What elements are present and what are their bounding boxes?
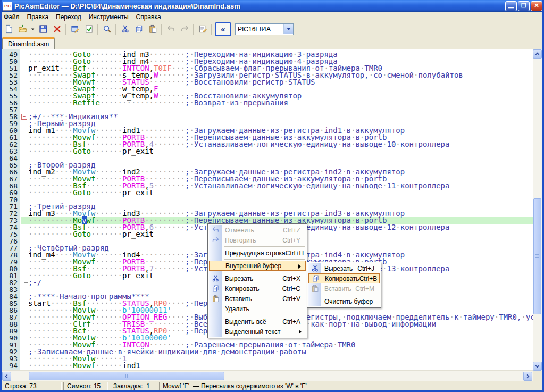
titlebar[interactable]: PIC PicAsmEditor — D:\PIC\84\Динамическа… bbox=[0, 0, 544, 12]
menu-item-buffer-paste[interactable]: ВставитьCtrl+M bbox=[308, 283, 380, 294]
redo-icon bbox=[209, 236, 222, 244]
save-file-icon bbox=[39, 24, 48, 34]
code-line-94[interactable]: ··········Movwf······ind1 bbox=[21, 362, 533, 369]
syntax-check-button[interactable] bbox=[82, 22, 96, 36]
redo-button[interactable] bbox=[178, 22, 191, 36]
fold-column bbox=[21, 120, 28, 127]
menubar-item-goto[interactable]: Переход bbox=[52, 12, 85, 22]
menu-item-label: Очистить буфер bbox=[321, 298, 373, 305]
menu-item-undo[interactable]: ОтменитьCtrl+Z bbox=[209, 225, 306, 235]
fold-collapse-icon[interactable]: − bbox=[21, 113, 28, 120]
menu-item-previous-line[interactable]: Предыдущая строкаCtrl+H bbox=[209, 248, 306, 258]
menu-item-cut[interactable]: ВырезатьCtrl+X bbox=[209, 273, 306, 283]
paste-icon bbox=[209, 295, 222, 303]
scroll-up-button[interactable] bbox=[533, 49, 542, 59]
menu-item-shortcut: Ctrl+V bbox=[282, 295, 306, 303]
menu-item-copy[interactable]: КопироватьCtrl+C bbox=[209, 283, 306, 294]
paste-button[interactable] bbox=[146, 22, 160, 36]
properties-button[interactable] bbox=[196, 22, 210, 36]
horizontal-scrollbar-thumb[interactable] bbox=[29, 372, 224, 380]
fold-column bbox=[21, 79, 28, 86]
save-file-button[interactable] bbox=[36, 22, 50, 36]
close-file-button[interactable] bbox=[50, 22, 64, 36]
fold-minus-icon[interactable]: − bbox=[21, 114, 27, 120]
scroll-down-button[interactable] bbox=[533, 362, 542, 371]
menubar-item-tools[interactable]: Инструменты bbox=[85, 12, 132, 22]
menu-item-buffer-cut[interactable]: ВырезатьCtrl+J bbox=[308, 263, 380, 273]
menu-item-buffer-copy[interactable]: КопироватьCtrl+B bbox=[308, 273, 380, 283]
new-file-button[interactable] bbox=[2, 22, 15, 36]
menu-item-select-all[interactable]: Выделить всёCtrl+A bbox=[209, 316, 306, 327]
fold-column bbox=[21, 217, 28, 224]
menu-separator bbox=[224, 246, 305, 247]
code-line-56[interactable]: ··········Retfie···················;·Воз… bbox=[21, 99, 533, 106]
fold-column bbox=[21, 72, 28, 79]
minimize-button[interactable]: — bbox=[505, 1, 517, 11]
fold-column bbox=[21, 65, 28, 72]
open-dropdown-button[interactable] bbox=[29, 22, 36, 36]
code-line-text: ··········Goto·······pr_exit bbox=[28, 272, 154, 279]
code-line-69[interactable]: ··········Goto·······pr_exit bbox=[21, 189, 533, 196]
menu-item-label: Копировать bbox=[222, 285, 260, 293]
code-line-58[interactable]: −;+/··***·Индикация** bbox=[21, 113, 533, 120]
undo-button[interactable] bbox=[164, 22, 178, 36]
menu-item-delete[interactable]: Удалить bbox=[209, 304, 306, 314]
fold-column bbox=[21, 328, 28, 335]
fold-column bbox=[21, 265, 28, 272]
menu-item-label: Вставить bbox=[222, 295, 252, 303]
edit-window-button[interactable] bbox=[68, 22, 82, 36]
horizontal-scrollbar[interactable] bbox=[2, 370, 533, 381]
menu-item-label: Вырезать bbox=[222, 275, 253, 282]
code-line-text: ;-/ bbox=[28, 279, 41, 286]
fold-column bbox=[21, 321, 28, 328]
menu-item-label: Повторить bbox=[222, 237, 256, 244]
combobox-dropdown-icon[interactable] bbox=[283, 24, 293, 34]
menu-separator bbox=[224, 259, 305, 260]
code-line-70[interactable] bbox=[21, 196, 533, 203]
copy-icon bbox=[309, 274, 322, 282]
scroll-left-button[interactable] bbox=[2, 372, 11, 381]
fold-column bbox=[21, 231, 28, 238]
menu-item-internal-buffer[interactable]: Внутренний буфер bbox=[209, 261, 306, 271]
menu-item-label: Вырезать bbox=[321, 265, 353, 272]
menu-item-shortcut: Ctrl+M bbox=[355, 285, 380, 293]
maximize-button[interactable]: ❐ bbox=[518, 1, 530, 11]
code-line-64[interactable] bbox=[21, 155, 533, 162]
fold-column bbox=[21, 169, 28, 176]
cut-button[interactable] bbox=[118, 22, 132, 36]
fold-column bbox=[21, 189, 28, 196]
internal-buffer-submenu: ВырезатьCtrl+JКопироватьCtrl+BВставитьCt… bbox=[307, 262, 381, 308]
undo-icon bbox=[209, 226, 222, 234]
cut-icon bbox=[308, 264, 321, 272]
search-button[interactable] bbox=[100, 22, 114, 36]
menubar: ФайлПравкаПереходИнструментыСправка bbox=[0, 12, 544, 22]
menu-item-shortcut: Ctrl+B bbox=[359, 275, 383, 282]
fold-column bbox=[21, 293, 28, 300]
menu-item-paste[interactable]: ВставитьCtrl+V bbox=[209, 294, 306, 304]
code-line-63[interactable]: ··········Goto·······pr_exit bbox=[21, 148, 533, 155]
open-file-icon bbox=[18, 24, 27, 34]
status-line: Строка: 73 bbox=[1, 382, 62, 390]
vertical-scrollbar-thumb[interactable] bbox=[533, 198, 541, 314]
search-icon bbox=[103, 24, 112, 34]
menubar-item-edit[interactable]: Правка bbox=[23, 12, 53, 22]
picasmeditor-window: PIC PicAsmEditor — D:\PIC\84\Динамическа… bbox=[0, 0, 544, 392]
fold-column bbox=[21, 210, 28, 217]
vertical-scrollbar[interactable] bbox=[533, 49, 542, 371]
fold-column bbox=[21, 58, 28, 65]
close-button[interactable]: ✕ bbox=[531, 1, 542, 11]
device-combobox[interactable]: PIC16F84A bbox=[235, 23, 294, 35]
collapse-toolbar-button[interactable]: « bbox=[215, 22, 231, 36]
menu-item-shortcut: Ctrl+A bbox=[282, 318, 306, 326]
open-file-button[interactable] bbox=[15, 22, 29, 36]
scroll-right-button[interactable] bbox=[523, 372, 532, 381]
menubar-item-file[interactable]: Файл bbox=[0, 12, 23, 22]
menu-item-selected-text[interactable]: Выделенный текст bbox=[209, 327, 306, 337]
menubar-item-help[interactable]: Справка bbox=[132, 12, 165, 22]
tab-dinamind-asm[interactable]: DinamInd.asm bbox=[2, 37, 55, 49]
status-column: Символ: 15 bbox=[63, 382, 108, 390]
copy-button[interactable] bbox=[132, 22, 146, 36]
menu-item-clear-buffer[interactable]: Очистить буфер bbox=[308, 296, 380, 306]
menu-item-redo[interactable]: ПовторитьCtrl+Y bbox=[209, 235, 306, 245]
code-line-text: ··········Retfie···················;·Воз… bbox=[28, 99, 288, 106]
